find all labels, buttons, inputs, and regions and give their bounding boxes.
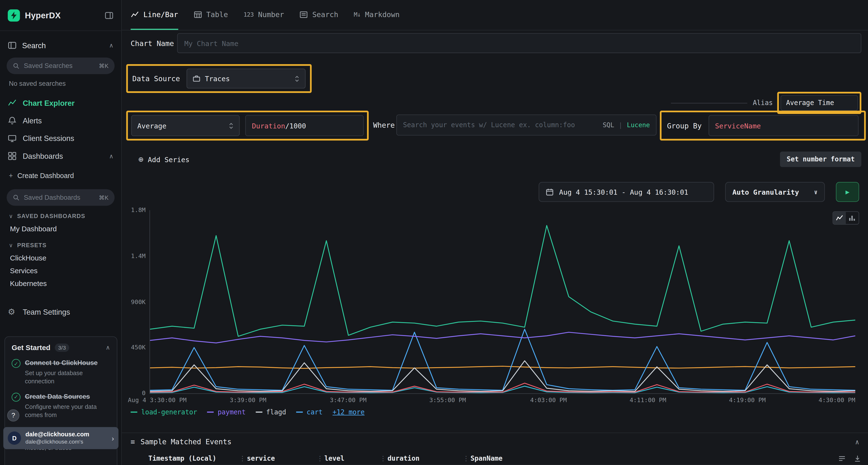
- tab-label: Number: [258, 10, 284, 18]
- group-by-input[interactable]: ServiceName: [708, 115, 859, 136]
- get-started-header[interactable]: Get Started 3/3 ∧: [11, 343, 110, 352]
- column-header-service[interactable]: service: [247, 455, 316, 462]
- sample-events-title: Sample Matched Events: [141, 437, 231, 446]
- sidebar-item-clickhouse-preset[interactable]: ClickHouse: [0, 252, 121, 265]
- run-query-button[interactable]: ▶: [836, 182, 859, 202]
- download-icon[interactable]: [854, 455, 861, 462]
- set-number-format-button[interactable]: Set number format: [780, 152, 861, 167]
- team-settings-label: Team Settings: [23, 308, 70, 316]
- chevron-down-icon: ∨: [9, 213, 13, 219]
- column-header-timestamp[interactable]: Timestamp (Local): [148, 455, 238, 462]
- legend-more-link[interactable]: +12 more: [333, 408, 365, 416]
- check-circle-icon: ✓: [11, 393, 21, 401]
- alias-connector-line: [671, 103, 747, 103]
- sidebar-section-search[interactable]: Search ∧: [0, 35, 121, 56]
- sidebar-item-kubernetes-preset[interactable]: Kubernetes: [0, 277, 121, 290]
- chevron-down-icon: ∨: [9, 242, 13, 248]
- chevron-up-icon[interactable]: ∧: [109, 42, 114, 49]
- granularity-value: Auto Granularity: [732, 188, 799, 196]
- column-resize-handle[interactable]: ⋮: [462, 455, 471, 462]
- saved-dashboards-header[interactable]: ∨ SAVED DASHBOARDS: [0, 210, 121, 221]
- get-started-badge: 3/3: [55, 343, 69, 352]
- legend-item-cart[interactable]: cart: [296, 408, 322, 416]
- get-started-item[interactable]: ✓ Connect to ClickHouse Set up your data…: [11, 359, 110, 386]
- legend-label: flagd: [266, 408, 286, 416]
- sidebar-item-alerts[interactable]: Alerts: [0, 112, 121, 129]
- get-started-title: Get Started: [11, 343, 51, 352]
- column-resize-handle[interactable]: ⋮: [378, 455, 388, 462]
- nav-label: Chart Explorer: [23, 99, 74, 107]
- chart-series-load-generator: [150, 226, 855, 336]
- chevron-right-icon: ›: [112, 434, 114, 442]
- chart-plot[interactable]: 1.8M 1.4M 900K 450K 0 Aug 4 3:30:00 PM 3…: [150, 210, 855, 394]
- nav-label: Dashboards: [23, 152, 63, 160]
- x-axis-tick: Aug 4 3:30:00 PM: [128, 397, 186, 404]
- field-suffix: /1000: [285, 122, 306, 130]
- annotation-highlight-group-by: Group By ServiceName: [660, 110, 866, 140]
- sidebar-item-team-settings[interactable]: ⚙ Team Settings: [0, 303, 121, 321]
- sidebar-item-chart-explorer[interactable]: Chart Explorer: [0, 94, 121, 111]
- x-axis-tick: 4:19:00 PM: [729, 397, 766, 404]
- saved-dashboards-input[interactable]: Saved Dashboards ⌘K: [7, 189, 115, 206]
- saved-searches-input[interactable]: Saved Searches ⌘K: [7, 58, 115, 74]
- column-header-spanname[interactable]: SpanName: [471, 455, 503, 462]
- aggregation-select[interactable]: Average: [131, 115, 240, 136]
- create-dashboard-button[interactable]: + Create Dashboard: [0, 168, 121, 184]
- events-table-header: Timestamp (Local) ⋮ service ⋮ level ⋮ du…: [148, 453, 861, 465]
- dashboards-grid-icon: [8, 152, 17, 161]
- user-menu[interactable]: D dale@clickhouse.com dale@clickhouse.co…: [3, 427, 119, 449]
- tab-markdown[interactable]: M↓ Markdown: [354, 0, 400, 30]
- data-source-select[interactable]: Traces: [187, 69, 306, 89]
- wrap-text-icon[interactable]: [838, 455, 846, 462]
- sidebar-item-dashboards[interactable]: Dashboards ∧: [0, 147, 121, 165]
- preset-name: ClickHouse: [10, 254, 46, 262]
- tab-search[interactable]: Search: [300, 0, 338, 30]
- date-range-value: Aug 4 15:30:01 - Aug 4 16:30:01: [559, 188, 688, 196]
- column-header-level[interactable]: level: [324, 455, 378, 462]
- add-series-label: Add Series: [148, 155, 189, 163]
- monitor-icon: [8, 134, 17, 143]
- sidebar-item-my-dashboard[interactable]: My Dashboard: [0, 222, 121, 235]
- tab-line-bar[interactable]: Line/Bar: [131, 0, 178, 30]
- alias-input[interactable]: [780, 95, 858, 110]
- nav-label: Alerts: [23, 117, 42, 125]
- granularity-select[interactable]: Auto Granularity ∨: [725, 182, 825, 202]
- tab-number[interactable]: 123 Number: [244, 0, 284, 30]
- legend-dash: [207, 411, 214, 413]
- sql-toggle[interactable]: SQL: [603, 121, 614, 129]
- field-expression-input[interactable]: Duration/1000: [245, 115, 364, 136]
- chart-name-input[interactable]: [177, 33, 862, 53]
- group-by-value: ServiceName: [715, 122, 761, 130]
- column-header-duration[interactable]: duration: [388, 455, 462, 462]
- legend-item-flagd[interactable]: flagd: [255, 408, 286, 416]
- get-started-item[interactable]: ✓ Create Data Sources Configure where yo…: [11, 392, 110, 419]
- help-button[interactable]: ?: [7, 409, 20, 422]
- series-row: ⊕ Add Series Set number format: [122, 152, 861, 167]
- legend-item-payment[interactable]: payment: [207, 408, 246, 416]
- sidebar-item-client-sessions[interactable]: Client Sessions: [0, 129, 121, 147]
- tab-table[interactable]: Table: [194, 0, 228, 30]
- where-input-field[interactable]: [403, 121, 598, 129]
- where-search-input[interactable]: SQL | Lucene: [396, 114, 656, 135]
- column-resize-handle[interactable]: ⋮: [238, 455, 247, 462]
- column-resize-handle[interactable]: ⋮: [316, 455, 324, 462]
- sidebar-item-services-preset[interactable]: Services: [0, 264, 121, 277]
- get-started-item-title: Create Data Sources: [25, 393, 90, 400]
- date-range-button[interactable]: Aug 4 15:30:01 - Aug 4 16:30:01: [539, 182, 714, 202]
- sidebar-collapse-icon[interactable]: [105, 11, 114, 20]
- chevron-up-icon[interactable]: ∧: [855, 438, 859, 445]
- preset-name: Services: [10, 267, 37, 275]
- chart-legend: load-generatorpaymentflagdcart+12 more: [131, 408, 365, 416]
- presets-header[interactable]: ∨ PRESETS: [0, 239, 121, 251]
- sample-events-header[interactable]: ≡ Sample Matched Events ∧: [122, 432, 868, 450]
- legend-item-load-generator[interactable]: load-generator: [131, 408, 197, 416]
- shortcut-badge: ⌘K: [99, 62, 108, 69]
- lucene-toggle[interactable]: Lucene: [627, 121, 650, 129]
- aggregation-value: Average: [137, 122, 166, 130]
- user-org: dale@clickhouse.com's: [26, 438, 89, 445]
- add-series-button[interactable]: ⊕ Add Series: [138, 152, 189, 167]
- chevron-up-icon[interactable]: ∧: [109, 153, 114, 160]
- group-by-label: Group By: [667, 122, 702, 130]
- chart-line-icon: [8, 99, 17, 107]
- chevron-up-icon[interactable]: ∧: [105, 344, 110, 351]
